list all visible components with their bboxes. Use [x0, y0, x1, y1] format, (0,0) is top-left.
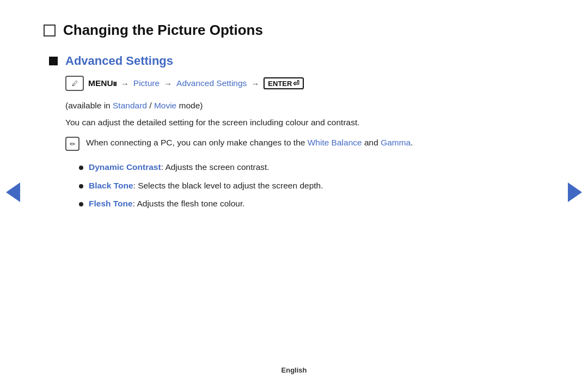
menu-arrow-1: → — [121, 79, 129, 88]
note-row: ✏ When connecting a PC, you can only mak… — [65, 136, 544, 151]
note-mid: and — [362, 138, 381, 147]
description-line: You can adjust the detailed setting for … — [65, 116, 544, 129]
section-title: Advanced Settings — [65, 54, 173, 68]
menu-advanced-link[interactable]: Advanced Settings — [176, 78, 247, 88]
bullet-dot — [79, 202, 83, 206]
gamma-link[interactable]: Gamma — [381, 138, 411, 147]
note-icon: ✏ — [65, 137, 79, 151]
bullet-dot — [79, 166, 83, 170]
menu-arrow-3: → — [251, 79, 259, 88]
list-item: Flesh Tone: Adjusts the flesh tone colou… — [79, 197, 544, 210]
available-separator: / — [147, 101, 154, 110]
flesh-tone-link[interactable]: Flesh Tone — [89, 199, 133, 208]
note-symbol: ✏ — [70, 140, 76, 148]
note-pre: When connecting a PC, you can only make … — [86, 138, 308, 147]
black-tone-link[interactable]: Black Tone — [89, 181, 133, 190]
section-title-row: Advanced Settings — [49, 54, 544, 68]
menu-icon: 🖊 — [65, 76, 84, 91]
bullet-dot — [79, 184, 83, 188]
note-post: . — [411, 138, 413, 147]
standard-link[interactable]: Standard — [113, 101, 147, 110]
bullet-item-text: Dynamic Contrast: Adjusts the screen con… — [89, 161, 270, 173]
main-title-row: Changing the Picture Options — [44, 22, 544, 39]
enter-icon: ENTER⏎ — [264, 77, 304, 89]
dynamic-contrast-desc: : Adjusts the screen contrast. — [161, 162, 270, 172]
footer-language: English — [281, 366, 307, 374]
list-item: Black Tone: Selects the black level to a… — [79, 179, 544, 192]
menu-path-row: 🖊 MENUIII → Picture → Advanced Settings … — [65, 76, 544, 91]
page-container: Changing the Picture Options Advanced Se… — [0, 0, 588, 384]
left-arrow-shape — [6, 182, 20, 202]
black-tone-desc: : Selects the black level to adjust the … — [133, 181, 323, 190]
right-arrow-shape — [568, 182, 582, 202]
nav-arrow-left[interactable] — [4, 180, 22, 204]
enter-arrow: ⏎ — [293, 79, 299, 88]
menu-picture-link[interactable]: Picture — [133, 78, 160, 88]
available-post: mode) — [176, 101, 203, 110]
bullet-list: Dynamic Contrast: Adjusts the screen con… — [79, 161, 544, 210]
menu-keyword: MENUIII — [88, 78, 117, 88]
white-balance-link[interactable]: White Balance — [308, 138, 362, 147]
filled-square-icon — [49, 57, 58, 65]
section-block: Advanced Settings 🖊 MENUIII → Picture → … — [49, 54, 544, 210]
list-item: Dynamic Contrast: Adjusts the screen con… — [79, 161, 544, 173]
bullet-item-text: Flesh Tone: Adjusts the flesh tone colou… — [89, 197, 245, 210]
page-title: Changing the Picture Options — [63, 22, 263, 39]
footer: English — [0, 366, 588, 374]
bullet-item-text: Black Tone: Selects the black level to a… — [89, 179, 323, 192]
dynamic-contrast-link[interactable]: Dynamic Contrast — [89, 162, 161, 172]
menu-icon-hand: 🖊 — [72, 80, 77, 87]
checkbox-icon — [44, 25, 56, 36]
nav-arrow-right[interactable] — [566, 180, 584, 204]
available-pre: (available in — [65, 101, 113, 110]
menu-arrow-2: → — [164, 79, 172, 88]
flesh-tone-desc: : Adjusts the flesh tone colour. — [133, 199, 245, 208]
available-line: (available in Standard / Movie mode) — [65, 101, 544, 111]
note-text: When connecting a PC, you can only make … — [86, 136, 413, 149]
movie-link[interactable]: Movie — [154, 101, 176, 110]
enter-label: ENTER — [268, 80, 292, 88]
